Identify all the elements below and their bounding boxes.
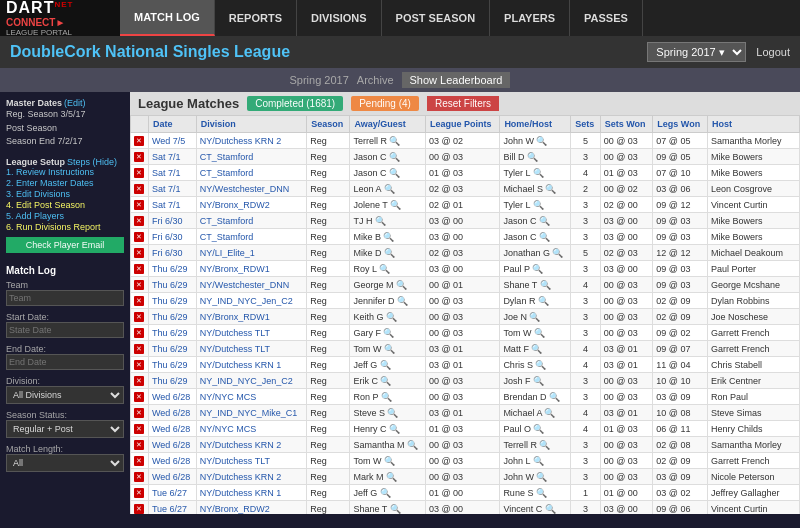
away-search-icon[interactable]: 🔍	[397, 296, 408, 306]
col-date[interactable]: Date	[148, 116, 196, 133]
row-delete-btn[interactable]: ✕	[131, 325, 149, 341]
row-delete-btn[interactable]: ✕	[131, 437, 149, 453]
match-length-select[interactable]: All	[6, 454, 124, 472]
away-search-icon[interactable]: 🔍	[380, 360, 391, 370]
away-search-icon[interactable]: 🔍	[390, 504, 401, 514]
row-delete-btn[interactable]: ✕	[131, 453, 149, 469]
master-dates-edit[interactable]: (Edit)	[64, 98, 86, 108]
away-search-icon[interactable]: 🔍	[387, 408, 398, 418]
row-delete-btn[interactable]: ✕	[131, 341, 149, 357]
home-search-icon[interactable]: 🔍	[539, 440, 550, 450]
nav-post-season[interactable]: POST SEASON	[382, 0, 490, 36]
home-search-icon[interactable]: 🔍	[549, 392, 560, 402]
home-search-icon[interactable]: 🔍	[545, 504, 556, 514]
step-3[interactable]: 3. Edit Divisions	[6, 189, 124, 199]
away-search-icon[interactable]: 🔍	[375, 216, 386, 226]
home-search-icon[interactable]: 🔍	[533, 456, 544, 466]
row-delete-btn[interactable]: ✕	[131, 405, 149, 421]
away-search-icon[interactable]: 🔍	[381, 392, 392, 402]
away-search-icon[interactable]: 🔍	[386, 312, 397, 322]
col-season[interactable]: Season	[307, 116, 350, 133]
nav-players[interactable]: PLAYERS	[490, 0, 570, 36]
row-delete-btn[interactable]: ✕	[131, 213, 149, 229]
away-search-icon[interactable]: 🔍	[390, 200, 401, 210]
home-search-icon[interactable]: 🔍	[552, 248, 563, 258]
away-search-icon[interactable]: 🔍	[386, 472, 397, 482]
setup-steps-hide[interactable]: Steps (Hide)	[67, 157, 117, 167]
away-search-icon[interactable]: 🔍	[389, 168, 400, 178]
home-search-icon[interactable]: 🔍	[535, 360, 546, 370]
step-1[interactable]: 1. Review Instructions	[6, 167, 124, 177]
col-lp[interactable]: League Points	[425, 116, 499, 133]
away-search-icon[interactable]: 🔍	[384, 184, 395, 194]
step-5[interactable]: 5. Add Players	[6, 211, 124, 221]
row-delete-btn[interactable]: ✕	[131, 293, 149, 309]
home-search-icon[interactable]: 🔍	[545, 184, 556, 194]
home-search-icon[interactable]: 🔍	[532, 264, 543, 274]
home-search-icon[interactable]: 🔍	[533, 168, 544, 178]
row-delete-btn[interactable]: ✕	[131, 469, 149, 485]
away-search-icon[interactable]: 🔍	[389, 136, 400, 146]
col-sets-won[interactable]: Sets Won	[600, 116, 653, 133]
home-search-icon[interactable]: 🔍	[540, 280, 551, 290]
row-delete-btn[interactable]: ✕	[131, 197, 149, 213]
row-delete-btn[interactable]: ✕	[131, 277, 149, 293]
away-search-icon[interactable]: 🔍	[380, 488, 391, 498]
home-search-icon[interactable]: 🔍	[536, 472, 547, 482]
step-2[interactable]: 2. Enter Master Dates	[6, 178, 124, 188]
archive-link[interactable]: Archive	[357, 74, 394, 86]
nav-divisions[interactable]: DIVISIONS	[297, 0, 382, 36]
away-search-icon[interactable]: 🔍	[379, 264, 390, 274]
away-search-icon[interactable]: 🔍	[384, 248, 395, 258]
home-search-icon[interactable]: 🔍	[539, 216, 550, 226]
season-select[interactable]: Spring 2017 ▾	[647, 42, 746, 62]
row-delete-btn[interactable]: ✕	[131, 181, 149, 197]
col-sets[interactable]: Sets	[571, 116, 601, 133]
away-search-icon[interactable]: 🔍	[407, 440, 418, 450]
show-leaderboard-button[interactable]: Show Leaderboard	[402, 72, 511, 88]
reset-filters-button[interactable]: Reset Filters	[427, 96, 499, 111]
row-delete-btn[interactable]: ✕	[131, 133, 149, 149]
home-search-icon[interactable]: 🔍	[527, 152, 538, 162]
season-status-select[interactable]: Regular + Post	[6, 420, 124, 438]
away-search-icon[interactable]: 🔍	[396, 280, 407, 290]
col-away[interactable]: Away/Guest	[350, 116, 426, 133]
away-search-icon[interactable]: 🔍	[389, 424, 400, 434]
col-host[interactable]: Host	[708, 116, 800, 133]
home-search-icon[interactable]: 🔍	[544, 408, 555, 418]
home-search-icon[interactable]: 🔍	[533, 200, 544, 210]
row-delete-btn[interactable]: ✕	[131, 485, 149, 501]
home-search-icon[interactable]: 🔍	[531, 344, 542, 354]
row-delete-btn[interactable]: ✕	[131, 501, 149, 515]
home-search-icon[interactable]: 🔍	[533, 424, 544, 434]
logout-button[interactable]: Logout	[756, 46, 790, 58]
step-4-edit-post-season[interactable]: 4. Edit Post Season	[6, 200, 124, 210]
start-date-input[interactable]	[6, 322, 124, 338]
col-legs-won[interactable]: Legs Won	[653, 116, 708, 133]
away-search-icon[interactable]: 🔍	[384, 344, 395, 354]
away-search-icon[interactable]: 🔍	[383, 328, 394, 338]
row-delete-btn[interactable]: ✕	[131, 389, 149, 405]
end-date-input[interactable]	[6, 354, 124, 370]
away-search-icon[interactable]: 🔍	[389, 152, 400, 162]
row-delete-btn[interactable]: ✕	[131, 229, 149, 245]
step-6-run-divisions[interactable]: 6. Run Divisions Report	[6, 222, 124, 232]
home-search-icon[interactable]: 🔍	[529, 312, 540, 322]
away-search-icon[interactable]: 🔍	[383, 232, 394, 242]
away-search-icon[interactable]: 🔍	[384, 456, 395, 466]
nav-passes[interactable]: PASSES	[570, 0, 643, 36]
check-email-button[interactable]: Check Player Email	[6, 237, 124, 253]
nav-match-log[interactable]: MATCH LOG	[120, 0, 215, 36]
home-search-icon[interactable]: 🔍	[539, 232, 550, 242]
row-delete-btn[interactable]: ✕	[131, 309, 149, 325]
home-search-icon[interactable]: 🔍	[533, 376, 544, 386]
row-delete-btn[interactable]: ✕	[131, 261, 149, 277]
away-search-icon[interactable]: 🔍	[380, 376, 391, 386]
col-division[interactable]: Division	[196, 116, 306, 133]
home-search-icon[interactable]: 🔍	[534, 328, 545, 338]
row-delete-btn[interactable]: ✕	[131, 149, 149, 165]
row-delete-btn[interactable]: ✕	[131, 357, 149, 373]
row-delete-btn[interactable]: ✕	[131, 245, 149, 261]
home-search-icon[interactable]: 🔍	[538, 296, 549, 306]
team-input[interactable]	[6, 290, 124, 306]
